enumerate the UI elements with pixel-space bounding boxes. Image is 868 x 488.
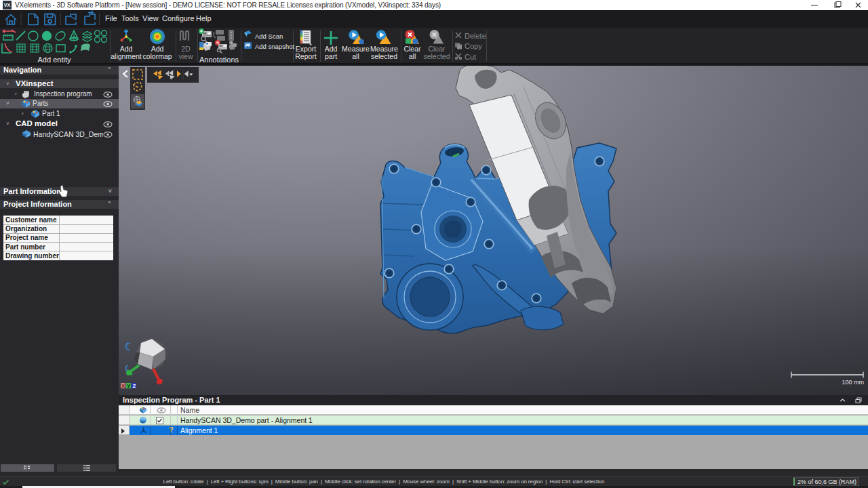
- svg-text:X: X: [121, 383, 125, 389]
- svg-text:100 mm: 100 mm: [842, 379, 864, 386]
- svg-text:Y: Y: [127, 383, 131, 389]
- svg-text:Z: Z: [133, 383, 136, 389]
